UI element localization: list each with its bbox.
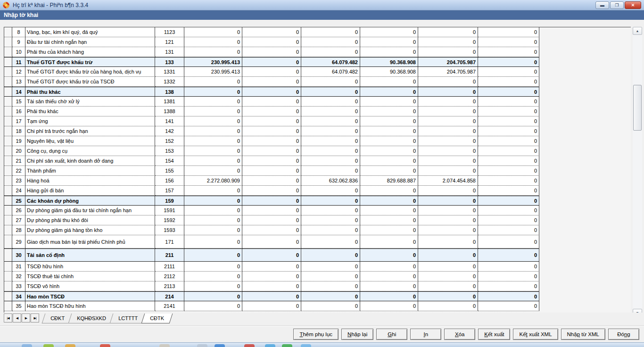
value-cell[interactable]: 0 (360, 196, 418, 205)
item-name-cell[interactable]: Phải thu của khách hàng (25, 47, 155, 57)
value-cell[interactable]: 0 (478, 262, 539, 272)
value-cell[interactable]: 0 (418, 156, 478, 166)
row-number-cell[interactable]: 28 (12, 225, 25, 235)
row-selector-cell[interactable] (4, 126, 12, 136)
row-number-cell[interactable]: 34 (12, 292, 25, 301)
value-cell[interactable]: 0 (184, 107, 242, 116)
value-cell[interactable]: 0 (301, 27, 360, 37)
value-cell[interactable]: 0 (242, 176, 301, 186)
row-selector-cell[interactable] (4, 166, 12, 176)
value-cell[interactable]: 0 (360, 281, 418, 291)
value-cell[interactable]: 0 (301, 235, 360, 248)
value-cell[interactable]: 0 (418, 97, 478, 107)
value-cell[interactable]: 0 (242, 166, 301, 176)
ket-xuat-button[interactable]: Kết xuất (478, 329, 510, 340)
value-cell[interactable]: 0 (478, 235, 539, 248)
value-cell[interactable]: 0 (242, 186, 301, 196)
titlebar[interactable]: Hç trî kª khai - Phiªn b¶n 3.3.4 ▬❐✕ (0, 0, 644, 10)
value-cell[interactable]: 0 (184, 37, 242, 47)
row-number-cell[interactable]: 19 (12, 136, 25, 146)
item-name-cell[interactable]: Hao mòn TSCĐ (25, 292, 155, 301)
value-cell[interactable]: 0 (360, 262, 418, 272)
row-number-cell[interactable]: 11 (12, 58, 25, 66)
value-cell[interactable]: 0 (242, 281, 301, 291)
value-cell[interactable]: 0 (478, 58, 539, 66)
taskbar-app-icon[interactable] (265, 344, 275, 347)
taskbar-app-icon[interactable] (197, 344, 207, 347)
value-cell[interactable]: 0 (184, 77, 242, 87)
value-cell[interactable]: 0 (418, 166, 478, 176)
last-record-button-icon[interactable]: ▶| (31, 314, 39, 322)
item-name-cell[interactable]: TSCĐ vô hình (25, 281, 155, 291)
value-cell[interactable]: 0 (478, 47, 539, 57)
taskbar-app-icon[interactable] (159, 344, 170, 347)
scrollbar-thumb[interactable] (633, 85, 642, 131)
value-cell[interactable]: 0 (301, 196, 360, 205)
row-number-cell[interactable]: 18 (12, 126, 25, 136)
value-cell[interactable]: 2.074.454.858 (418, 176, 478, 186)
row-selector-cell[interactable] (4, 58, 12, 66)
item-code-cell[interactable]: 2113 (155, 281, 184, 291)
row-number-cell[interactable]: 14 (12, 87, 25, 96)
row-number-cell[interactable]: 8 (12, 27, 25, 37)
row-selector-cell[interactable] (4, 67, 12, 77)
value-cell[interactable]: 0 (184, 166, 242, 176)
value-cell[interactable]: 0 (184, 272, 242, 281)
value-cell[interactable]: 0 (301, 249, 360, 261)
value-cell[interactable]: 0 (301, 136, 360, 146)
value-cell[interactable]: 0 (301, 77, 360, 87)
value-cell[interactable]: 0 (418, 215, 478, 225)
value-cell[interactable]: 64.079.482 (301, 58, 360, 66)
item-name-cell[interactable]: Thuế GTGT được khấu trừ của hàng hoá, dị… (25, 67, 155, 77)
value-cell[interactable]: 0 (184, 87, 242, 96)
tab-cđtk[interactable]: CĐTK (141, 314, 173, 323)
row-number-cell[interactable]: 22 (12, 166, 25, 176)
value-cell[interactable]: 0 (418, 87, 478, 96)
value-cell[interactable]: 0 (301, 146, 360, 156)
row-selector-cell[interactable] (4, 37, 12, 47)
item-name-cell[interactable]: Nguyên liệu, vật liệu (25, 136, 155, 146)
value-cell[interactable]: 0 (301, 166, 360, 176)
item-name-cell[interactable]: Phải thu khác (25, 107, 155, 116)
value-cell[interactable]: 0 (360, 206, 418, 215)
item-name-cell[interactable]: Vàng, bạc, kim khí quý, đá quý (25, 27, 155, 37)
item-name-cell[interactable]: Công cụ, dụng cụ (25, 146, 155, 156)
value-cell[interactable]: 204.705.987 (418, 67, 478, 77)
row-number-cell[interactable]: 33 (12, 281, 25, 291)
item-code-cell[interactable]: 159 (155, 196, 184, 205)
item-name-cell[interactable]: Thành phẩm (25, 166, 155, 176)
value-cell[interactable]: 0 (360, 116, 418, 126)
value-cell[interactable]: 0 (242, 37, 301, 47)
row-number-cell[interactable]: 26 (12, 206, 25, 215)
item-name-cell[interactable]: Giao dịch mua bán lại trái phiếu Chính p… (25, 235, 155, 248)
value-cell[interactable]: 0 (184, 281, 242, 291)
value-cell[interactable]: 0 (301, 272, 360, 281)
value-cell[interactable]: 0 (360, 292, 418, 301)
value-cell[interactable]: 0 (301, 292, 360, 301)
value-cell[interactable]: 0 (301, 97, 360, 107)
vertical-scrollbar[interactable]: ▲ ▼ (633, 27, 642, 317)
value-cell[interactable]: 230.995.413 (184, 67, 242, 77)
value-cell[interactable]: 0 (478, 215, 539, 225)
ghi-button[interactable]: Ghi (376, 329, 407, 340)
taskbar-app-icon[interactable] (22, 344, 32, 347)
value-cell[interactable]: 204.705.987 (418, 58, 478, 66)
value-cell[interactable]: 0 (478, 225, 539, 235)
value-cell[interactable]: 2.272.080.909 (184, 176, 242, 186)
value-cell[interactable]: 0 (418, 27, 478, 37)
row-number-cell[interactable]: 32 (12, 272, 25, 281)
dong-button[interactable]: Đóng (608, 329, 639, 340)
value-cell[interactable]: 0 (184, 186, 242, 196)
value-cell[interactable]: 0 (242, 58, 301, 66)
row-selector-cell[interactable] (4, 235, 12, 248)
item-code-cell[interactable]: 133 (155, 58, 184, 66)
value-cell[interactable]: 0 (478, 186, 539, 196)
value-cell[interactable]: 0 (301, 301, 360, 311)
value-cell[interactable]: 0 (418, 126, 478, 136)
item-code-cell[interactable]: 214 (155, 292, 184, 301)
row-selector-cell[interactable] (4, 225, 12, 235)
value-cell[interactable]: 0 (242, 47, 301, 57)
item-code-cell[interactable]: 1331 (155, 67, 184, 77)
value-cell[interactable]: 0 (360, 27, 418, 37)
value-cell[interactable]: 0 (418, 235, 478, 248)
